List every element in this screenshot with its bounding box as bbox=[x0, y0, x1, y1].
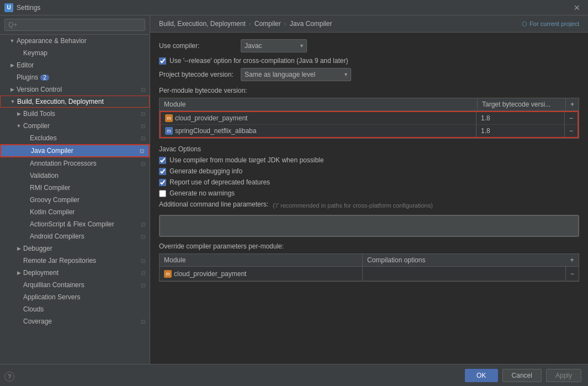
breadcrumb-java-compiler: Java Compiler bbox=[290, 20, 332, 28]
for-current-project[interactable]: ⬡ For current project bbox=[522, 20, 579, 28]
sidebar-item-version-control[interactable]: ▶ Version Control ⊡ bbox=[0, 83, 150, 96]
ok-button[interactable]: OK bbox=[465, 369, 498, 382]
col-module-header: Module bbox=[160, 98, 477, 110]
sidebar-item-label: Version Control bbox=[17, 86, 62, 93]
plugins-badge: 2 bbox=[40, 75, 49, 81]
help-button[interactable]: ? bbox=[4, 372, 14, 382]
copy-icon: ⊡ bbox=[141, 234, 145, 240]
additional-params-label: Additional command line parameters: bbox=[159, 200, 268, 208]
cancel-button[interactable]: Cancel bbox=[502, 369, 542, 382]
title-text: Settings bbox=[17, 4, 570, 12]
javac-checkbox-deprecated[interactable] bbox=[159, 179, 166, 186]
breadcrumb: Build, Execution, Deployment › Compiler … bbox=[150, 15, 588, 33]
arrow-icon: ▶ bbox=[9, 62, 15, 68]
sidebar-item-label: Build Tools bbox=[23, 110, 55, 118]
arrow-icon: ▶ bbox=[15, 269, 22, 276]
sidebar-item-kotlin-compiler[interactable]: ▶ Kotlin Compiler bbox=[0, 206, 150, 218]
sidebar-item-coverage[interactable]: ▶ Coverage ⊡ bbox=[0, 315, 150, 327]
sidebar-item-label: ActionScript & Flex Compiler bbox=[30, 220, 114, 228]
breadcrumb-compiler: Compiler bbox=[255, 20, 281, 28]
breadcrumb-sep1: › bbox=[249, 20, 251, 28]
remove-module-button[interactable]: − bbox=[564, 125, 578, 137]
add-module-button[interactable]: + bbox=[565, 98, 579, 110]
override-table-header: Module Compilation options + bbox=[160, 254, 579, 267]
module-icon: m bbox=[165, 114, 173, 122]
sidebar-item-debugger[interactable]: ▶ Debugger bbox=[0, 242, 150, 255]
title-bar: U Settings ✕ bbox=[0, 0, 588, 15]
sidebar-item-clouds[interactable]: ▶ Clouds bbox=[0, 303, 150, 315]
sidebar-item-editor[interactable]: ▶ Editor bbox=[0, 59, 150, 71]
content-area: Build, Execution, Deployment › Compiler … bbox=[150, 15, 588, 364]
override-compilation-cell bbox=[363, 267, 565, 281]
sidebar-item-label: Keymap bbox=[23, 49, 47, 57]
sidebar-item-validation[interactable]: ▶ Validation bbox=[0, 170, 150, 182]
close-button[interactable]: ✕ bbox=[570, 2, 584, 13]
sidebar-item-label: Build, Execution, Deployment bbox=[17, 98, 104, 105]
additional-params-input[interactable] bbox=[159, 215, 579, 237]
sidebar-item-android-compilers[interactable]: ▶ Android Compilers ⊡ bbox=[0, 230, 150, 242]
project-bytecode-value: Same as language level bbox=[245, 71, 315, 78]
app-icon: U bbox=[4, 3, 13, 12]
sidebar-item-appearance-behavior[interactable]: ▼ Appearance & Behavior bbox=[0, 35, 150, 47]
module-name: cloud_provider_payment bbox=[175, 114, 247, 122]
apply-button[interactable]: Apply bbox=[546, 369, 581, 382]
sidebar-item-groovy-compiler[interactable]: ▶ Groovy Compiler bbox=[0, 194, 150, 206]
module-table: Module Target bytecode versi... + m clou… bbox=[159, 98, 579, 139]
dropdown-arrow-icon: ▼ bbox=[299, 43, 304, 49]
arrow-icon: ▼ bbox=[9, 98, 16, 105]
remove-override-button[interactable]: − bbox=[565, 267, 579, 281]
sidebar-item-label: Clouds bbox=[23, 305, 44, 313]
javac-option-deprecated: Report use of deprecated features bbox=[159, 178, 579, 186]
javac-label-no-warnings: Generate no warnings bbox=[169, 189, 235, 197]
sidebar-item-label: Java Compiler bbox=[31, 147, 73, 155]
copy-icon: ⊡ bbox=[141, 221, 145, 228]
sidebar-item-annotation-processors[interactable]: ▶ Annotation Processors ⊡ bbox=[0, 157, 150, 170]
copy-icon: ⊡ bbox=[141, 282, 145, 288]
use-compiler-label: Use compiler: bbox=[159, 42, 236, 50]
project-bytecode-select[interactable]: Same as language level ▼ bbox=[241, 68, 351, 81]
module-name-cell: m cloud_provider_payment bbox=[161, 112, 476, 124]
table-row: m cloud_provider_payment 1.8 − bbox=[161, 112, 578, 125]
add-override-button[interactable]: + bbox=[565, 254, 579, 266]
sidebar-item-actionscript-flex[interactable]: ▶ ActionScript & Flex Compiler ⊡ bbox=[0, 218, 150, 230]
override-col-module-header: Module bbox=[160, 254, 363, 266]
sidebar-item-compiler[interactable]: ▼ Compiler ⊡ bbox=[0, 120, 150, 132]
javac-option-use-compiler: Use compiler from module target JDK when… bbox=[159, 156, 579, 164]
compiler-value: Javac bbox=[245, 42, 262, 50]
javac-option-no-warnings: Generate no warnings bbox=[159, 189, 579, 197]
javac-checkbox-debugging[interactable] bbox=[159, 168, 166, 175]
sidebar-item-remote-jar-repositories[interactable]: ▶ Remote Jar Repositories ⊡ bbox=[0, 255, 150, 267]
sidebar-item-plugins[interactable]: ▶ Plugins 2 bbox=[0, 71, 150, 83]
copy-icon: ⊡ bbox=[141, 319, 145, 325]
copy-icon: ⊡ bbox=[141, 123, 145, 129]
sidebar-item-rmi-compiler[interactable]: ▶ RMI Compiler bbox=[0, 182, 150, 194]
copy-icon: ⊡ bbox=[141, 87, 145, 93]
sidebar-item-java-compiler[interactable]: ▶ Java Compiler ⊡ bbox=[0, 144, 150, 157]
javac-checkbox-use-compiler[interactable] bbox=[159, 157, 166, 164]
compiler-select[interactable]: Javac ▼ bbox=[241, 39, 307, 52]
release-option-checkbox[interactable] bbox=[159, 57, 166, 65]
sidebar-item-deployment[interactable]: ▶ Deployment ⊡ bbox=[0, 267, 150, 279]
search-input[interactable] bbox=[4, 19, 145, 31]
sidebar-item-label: Excludes bbox=[30, 134, 57, 142]
project-bytecode-row: Project bytecode version: Same as langua… bbox=[159, 68, 579, 81]
javac-options-section: Javac Options Use compiler from module t… bbox=[159, 145, 579, 197]
sidebar-item-label: Annotation Processors bbox=[30, 160, 97, 167]
breadcrumb-sep2: › bbox=[284, 20, 287, 28]
module-icon: m bbox=[165, 127, 173, 135]
javac-checkbox-no-warnings[interactable] bbox=[159, 190, 166, 197]
sidebar-item-application-servers[interactable]: ▶ Application Servers bbox=[0, 291, 150, 303]
override-col-compilation-header: Compilation options bbox=[363, 254, 565, 266]
sidebar-item-keymap[interactable]: ▶ Keymap bbox=[0, 47, 150, 59]
copy-icon: ⊡ bbox=[140, 148, 144, 154]
sidebar-item-build-execution-deployment[interactable]: ▼ Build, Execution, Deployment bbox=[0, 96, 150, 108]
arrow-icon: ▶ bbox=[15, 245, 22, 252]
sidebar-item-excludes[interactable]: ▶ Excludes ⊡ bbox=[0, 132, 150, 144]
sidebar-item-label: Groovy Compiler bbox=[30, 196, 80, 204]
sidebar-item-build-tools[interactable]: ▶ Build Tools ⊡ bbox=[0, 108, 150, 120]
content-body: Use compiler: Javac ▼ Use '--release' op… bbox=[150, 33, 588, 364]
remove-module-button[interactable]: − bbox=[564, 112, 578, 124]
params-textarea[interactable] bbox=[160, 215, 579, 236]
sidebar-item-arquillian-containers[interactable]: ▶ Arquillian Containers ⊡ bbox=[0, 279, 150, 291]
javac-option-debugging: Generate debugging info bbox=[159, 167, 579, 175]
